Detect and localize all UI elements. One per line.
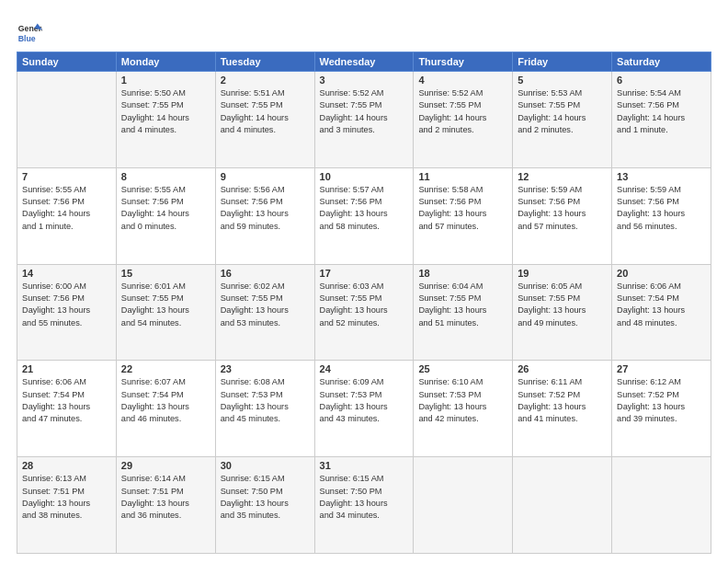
- day-info-line: Sunrise: 6:09 AM: [320, 376, 409, 388]
- day-info: Sunrise: 6:09 AMSunset: 7:53 PMDaylight:…: [320, 376, 409, 425]
- day-info-line: Sunrise: 5:55 AM: [121, 184, 210, 196]
- col-header-friday: Friday: [513, 52, 612, 72]
- day-info-line: Sunrise: 6:15 AM: [320, 473, 409, 485]
- day-info-line: Sunset: 7:56 PM: [121, 196, 210, 208]
- day-number: 1: [121, 75, 210, 86]
- day-info-line: Daylight: 14 hours: [121, 112, 210, 124]
- day-number: 12: [518, 171, 607, 182]
- day-info-line: and 58 minutes.: [320, 221, 409, 233]
- day-info-line: Daylight: 13 hours: [221, 304, 310, 316]
- day-info-line: Daylight: 13 hours: [320, 498, 409, 510]
- calendar-cell: [513, 457, 612, 554]
- day-info: Sunrise: 5:53 AMSunset: 7:55 PMDaylight:…: [518, 87, 607, 136]
- calendar-cell: 11Sunrise: 5:58 AMSunset: 7:56 PMDayligh…: [414, 167, 513, 264]
- day-info-line: Daylight: 13 hours: [518, 208, 607, 220]
- day-number: 11: [418, 171, 507, 182]
- day-info-line: and 34 minutes.: [320, 510, 409, 522]
- day-info-line: Sunrise: 6:13 AM: [22, 473, 111, 485]
- day-info-line: and 48 minutes.: [617, 317, 706, 329]
- calendar-cell: 16Sunrise: 6:02 AMSunset: 7:55 PMDayligh…: [215, 264, 314, 361]
- day-info-line: Daylight: 14 hours: [221, 112, 310, 124]
- calendar-cell: 26Sunrise: 6:11 AMSunset: 7:52 PMDayligh…: [513, 361, 612, 457]
- col-header-sunday: Sunday: [17, 52, 117, 72]
- day-info-line: and 39 minutes.: [617, 413, 706, 425]
- svg-text:Blue: Blue: [18, 34, 36, 43]
- day-info-line: and 49 minutes.: [518, 317, 607, 329]
- calendar-cell: 23Sunrise: 6:08 AMSunset: 7:53 PMDayligh…: [215, 361, 314, 457]
- day-info-line: Sunrise: 6:00 AM: [22, 281, 111, 293]
- day-info-line: Daylight: 13 hours: [617, 401, 706, 413]
- col-header-thursday: Thursday: [414, 52, 513, 72]
- day-info: Sunrise: 6:10 AMSunset: 7:53 PMDaylight:…: [418, 376, 507, 425]
- day-info-line: Daylight: 13 hours: [221, 401, 310, 413]
- day-info-line: Daylight: 13 hours: [22, 498, 111, 510]
- day-info-line: Sunset: 7:55 PM: [518, 99, 607, 111]
- day-info-line: and 35 minutes.: [221, 510, 310, 522]
- calendar-row: 21Sunrise: 6:06 AMSunset: 7:54 PMDayligh…: [17, 361, 711, 457]
- day-info-line: Sunrise: 6:11 AM: [518, 376, 607, 388]
- day-info-line: Sunset: 7:52 PM: [617, 389, 706, 401]
- calendar-cell: [612, 457, 711, 554]
- day-info: Sunrise: 6:14 AMSunset: 7:51 PMDaylight:…: [121, 473, 210, 522]
- day-number: 28: [22, 460, 111, 471]
- calendar-row: 7Sunrise: 5:55 AMSunset: 7:56 PMDaylight…: [17, 167, 711, 264]
- day-info-line: Sunrise: 5:50 AM: [121, 87, 210, 99]
- day-info-line: and 47 minutes.: [22, 413, 111, 425]
- day-number: 27: [617, 363, 706, 374]
- day-info-line: Sunrise: 6:07 AM: [121, 376, 210, 388]
- logo-icon: General Blue: [17, 20, 42, 46]
- day-info: Sunrise: 6:13 AMSunset: 7:51 PMDaylight:…: [22, 473, 111, 522]
- calendar-cell: 31Sunrise: 6:15 AMSunset: 7:50 PMDayligh…: [314, 457, 414, 554]
- day-info-line: Sunrise: 6:06 AM: [617, 281, 706, 293]
- day-info-line: Sunrise: 6:06 AM: [22, 376, 111, 388]
- day-info-line: and 54 minutes.: [121, 317, 210, 329]
- day-info-line: Daylight: 13 hours: [617, 208, 706, 220]
- day-info-line: Sunrise: 6:02 AM: [221, 281, 310, 293]
- day-info: Sunrise: 6:15 AMSunset: 7:50 PMDaylight:…: [320, 473, 409, 522]
- day-info-line: and 42 minutes.: [418, 413, 507, 425]
- day-info: Sunrise: 5:52 AMSunset: 7:55 PMDaylight:…: [320, 87, 409, 136]
- day-number: 4: [418, 75, 507, 86]
- day-info-line: Daylight: 13 hours: [617, 304, 706, 316]
- day-info-line: Sunset: 7:54 PM: [121, 389, 210, 401]
- day-info-line: Sunset: 7:51 PM: [121, 486, 210, 498]
- day-info-line: Sunrise: 5:53 AM: [518, 87, 607, 99]
- calendar-cell: 28Sunrise: 6:13 AMSunset: 7:51 PMDayligh…: [17, 457, 117, 554]
- day-info: Sunrise: 5:51 AMSunset: 7:55 PMDaylight:…: [221, 87, 310, 136]
- day-info-line: Sunrise: 6:04 AM: [418, 281, 507, 293]
- day-info-line: Sunset: 7:53 PM: [221, 389, 310, 401]
- day-info-line: Sunset: 7:55 PM: [121, 293, 210, 304]
- day-info-line: Sunset: 7:55 PM: [221, 99, 310, 111]
- page: General Blue SundayMondayTuesdayWednesda…: [0, 0, 728, 563]
- day-info-line: Daylight: 13 hours: [418, 304, 507, 316]
- day-info-line: Daylight: 13 hours: [221, 208, 310, 220]
- day-info-line: Daylight: 14 hours: [320, 112, 409, 124]
- day-info-line: Daylight: 14 hours: [617, 112, 706, 124]
- day-info-line: and 57 minutes.: [518, 221, 607, 233]
- calendar-cell: 8Sunrise: 5:55 AMSunset: 7:56 PMDaylight…: [116, 167, 215, 264]
- day-info-line: Sunrise: 6:01 AM: [121, 281, 210, 293]
- day-info-line: Sunrise: 5:59 AM: [518, 184, 607, 196]
- header: General Blue: [17, 17, 711, 46]
- day-info-line: and 36 minutes.: [121, 510, 210, 522]
- day-info-line: and 52 minutes.: [320, 317, 409, 329]
- calendar-cell: 27Sunrise: 6:12 AMSunset: 7:52 PMDayligh…: [612, 361, 711, 457]
- calendar-cell: 15Sunrise: 6:01 AMSunset: 7:55 PMDayligh…: [116, 264, 215, 361]
- day-number: 22: [121, 363, 210, 374]
- day-info-line: and 41 minutes.: [518, 413, 607, 425]
- day-info: Sunrise: 5:52 AMSunset: 7:55 PMDaylight:…: [418, 87, 507, 136]
- day-info: Sunrise: 6:04 AMSunset: 7:55 PMDaylight:…: [418, 281, 507, 329]
- day-info-line: and 46 minutes.: [121, 413, 210, 425]
- day-info-line: Daylight: 13 hours: [418, 401, 507, 413]
- day-info: Sunrise: 5:59 AMSunset: 7:56 PMDaylight:…: [518, 184, 607, 233]
- day-info-line: Sunrise: 5:52 AM: [320, 87, 409, 99]
- col-header-monday: Monday: [116, 52, 215, 72]
- day-info-line: Sunrise: 6:10 AM: [418, 376, 507, 388]
- day-info: Sunrise: 6:05 AMSunset: 7:55 PMDaylight:…: [518, 281, 607, 329]
- calendar-cell: [414, 457, 513, 554]
- day-info-line: Sunset: 7:50 PM: [320, 486, 409, 498]
- day-info-line: Sunset: 7:53 PM: [418, 389, 507, 401]
- day-info: Sunrise: 6:15 AMSunset: 7:50 PMDaylight:…: [221, 473, 310, 522]
- calendar-cell: 20Sunrise: 6:06 AMSunset: 7:54 PMDayligh…: [612, 264, 711, 361]
- day-info-line: Sunset: 7:51 PM: [22, 486, 111, 498]
